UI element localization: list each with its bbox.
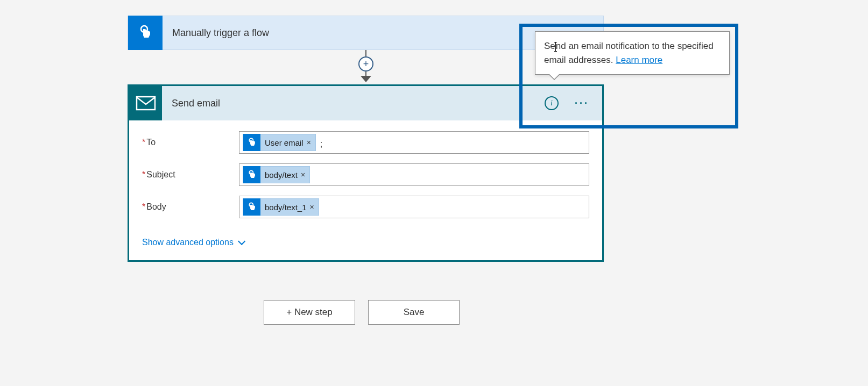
info-tooltip: Send an email notification to the specif…	[535, 31, 730, 75]
separator-text: ;	[319, 139, 322, 151]
chevron-down-icon	[238, 238, 245, 245]
close-icon[interactable]: ×	[301, 170, 305, 179]
arrow-down-icon	[361, 76, 371, 82]
field-row-subject: *Subject body/text ×	[142, 163, 589, 186]
show-advanced-options-link[interactable]: Show advanced options	[142, 238, 243, 247]
learn-more-link[interactable]: Learn more	[616, 55, 662, 65]
token-label: User email	[265, 138, 304, 147]
token-body-text[interactable]: body/text ×	[243, 166, 310, 183]
info-icon[interactable]: i	[545, 96, 559, 110]
token-body-text-1[interactable]: body/text_1 ×	[243, 198, 319, 216]
close-icon[interactable]: ×	[307, 138, 311, 147]
text-cursor-icon	[555, 42, 556, 51]
trigger-card[interactable]: Manually trigger a flow	[128, 16, 604, 50]
tooltip-text-before: Se	[544, 41, 555, 51]
tooltip-arrow-icon	[548, 74, 560, 80]
mail-icon	[129, 86, 162, 120]
to-input[interactable]: User email × ;	[239, 131, 589, 154]
more-options-icon[interactable]: ···	[575, 98, 589, 109]
token-label: body/text_1	[265, 203, 307, 212]
action-card-send-email: Send email i ··· *To User email	[128, 84, 604, 262]
new-step-button[interactable]: + New step	[264, 300, 355, 325]
flow-connector: +	[361, 50, 371, 84]
field-label-body: *Body	[142, 202, 239, 212]
insert-step-button[interactable]: +	[358, 56, 373, 72]
subject-input[interactable]: body/text ×	[239, 163, 589, 186]
token-label: body/text	[265, 170, 298, 180]
flow-designer-canvas: Manually trigger a flow + Send email i ·…	[0, 0, 868, 386]
token-user-email[interactable]: User email ×	[243, 134, 316, 151]
field-row-to: *To User email × ;	[142, 131, 589, 154]
field-row-body: *Body body/text_1 ×	[142, 196, 589, 218]
touch-icon	[128, 16, 163, 50]
action-header[interactable]: Send email i ···	[129, 86, 602, 120]
touch-icon	[243, 134, 260, 151]
field-label-subject: *Subject	[142, 170, 239, 180]
footer-buttons: + New step Save	[264, 300, 460, 325]
close-icon[interactable]: ×	[310, 203, 314, 211]
action-title: Send email	[162, 98, 545, 109]
save-button[interactable]: Save	[368, 300, 460, 325]
action-body: *To User email × ;	[129, 120, 602, 260]
body-input[interactable]: body/text_1 ×	[239, 196, 589, 218]
trigger-title: Manually trigger a flow	[163, 27, 269, 39]
touch-icon	[243, 198, 260, 216]
field-label-to: *To	[142, 138, 239, 147]
touch-icon	[243, 166, 260, 183]
